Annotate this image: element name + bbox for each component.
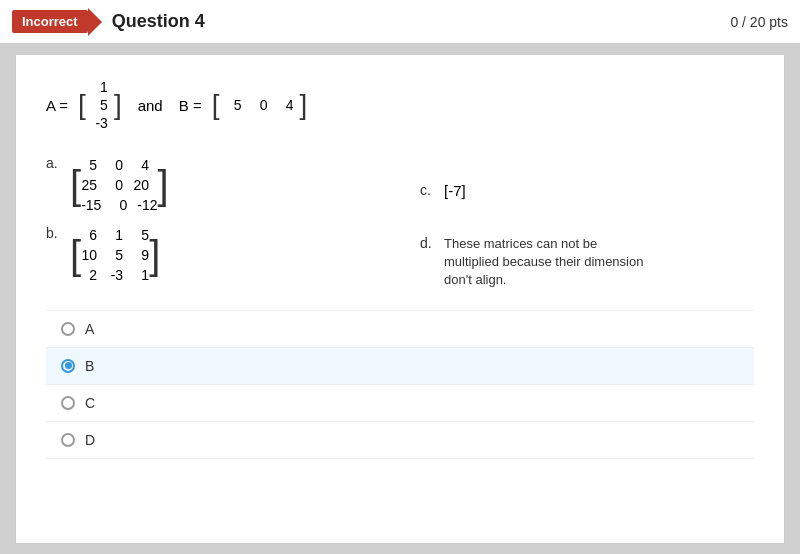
right-bracket-a: ] [114, 75, 122, 135]
choice-a-label: A [85, 321, 94, 337]
option-b-row0: 6 1 5 [81, 225, 149, 245]
option-c-block: c. [-7] [420, 165, 754, 215]
ob-r1c2: 9 [133, 247, 149, 263]
option-a-matrix: [ 5 0 4 25 0 20 -15 [70, 155, 169, 215]
matrix-b: [ 5 0 4 ] [212, 91, 308, 119]
oa-r0c0: 5 [81, 157, 97, 173]
option-d-block: d. These matrices can not be multiplied … [420, 235, 754, 290]
oa-r2c0: -15 [81, 197, 101, 213]
oa-r0c1: 0 [107, 157, 123, 173]
option-a-row0: 5 0 4 [81, 155, 157, 175]
content-area: A = [ 1 5 -3 ] and B = [ 5 0 4 [15, 54, 785, 544]
option-c-label: c. [420, 182, 436, 198]
oa-r2c1: 0 [111, 197, 127, 213]
right-bracket-b: ] [299, 91, 307, 119]
matrix-intro: A = [ 1 5 -3 ] and B = [ 5 0 4 [46, 75, 754, 135]
header: Incorrect Question 4 0 / 20 pts [0, 0, 800, 44]
options-grid: a. [ 5 0 4 25 0 20 [46, 155, 754, 290]
choice-c-label: C [85, 395, 95, 411]
left-bracket-ob: [ [70, 225, 81, 285]
right-bracket-oa: ] [158, 155, 169, 215]
option-a-label: a. [46, 155, 62, 171]
left-bracket-oa: [ [70, 155, 81, 215]
radio-d[interactable] [61, 433, 75, 447]
choice-b[interactable]: B [46, 348, 754, 385]
choice-d[interactable]: D [46, 422, 754, 459]
option-a-block: a. [ 5 0 4 25 0 20 [46, 155, 380, 215]
pts-label: 0 / 20 pts [730, 14, 788, 30]
matrix-a-col: 1 5 -3 [86, 75, 114, 135]
right-bracket-ob: ] [149, 225, 160, 285]
b-cell-0: 5 [225, 97, 241, 113]
choice-d-label: D [85, 432, 95, 448]
answer-choices: A B C D [46, 310, 754, 459]
option-a-inner: 5 0 4 25 0 20 -15 0 -12 [81, 155, 157, 215]
option-b-row1: 10 5 9 [81, 245, 149, 265]
option-a-row1: 25 0 20 [81, 175, 157, 195]
ob-r2c1: -3 [107, 267, 123, 283]
choice-c[interactable]: C [46, 385, 754, 422]
option-a-row2: -15 0 -12 [81, 195, 157, 215]
radio-b[interactable] [61, 359, 75, 373]
option-b-inner: 6 1 5 10 5 9 2 -3 1 [81, 225, 149, 285]
option-b-row2: 2 -3 1 [81, 265, 149, 285]
ob-r0c1: 1 [107, 227, 123, 243]
radio-c[interactable] [61, 396, 75, 410]
oa-r1c0: 25 [81, 177, 97, 193]
a-cell-0: 1 [92, 79, 108, 95]
left-bracket-b: [ [212, 91, 220, 119]
page-container: Incorrect Question 4 0 / 20 pts A = [ 1 … [0, 0, 800, 554]
oa-r0c2: 4 [133, 157, 149, 173]
choice-a[interactable]: A [46, 311, 754, 348]
a-cell-1: 5 [92, 97, 108, 113]
question-title: Question 4 [112, 11, 731, 32]
ob-r0c2: 5 [133, 227, 149, 243]
ob-r2c0: 2 [81, 267, 97, 283]
oa-r1c1: 0 [107, 177, 123, 193]
option-b-matrix: [ 6 1 5 10 5 9 2 [70, 225, 160, 285]
option-d-text: These matrices can not be multiplied bec… [444, 235, 644, 290]
b-cell-2: 4 [277, 97, 293, 113]
matrix-b-row: 5 0 4 [219, 91, 299, 119]
a-label: A = [46, 97, 68, 114]
header-arrow [88, 8, 102, 36]
b-cell-1: 0 [251, 97, 267, 113]
ob-r2c2: 1 [133, 267, 149, 283]
ob-r0c0: 6 [81, 227, 97, 243]
option-d-label: d. [420, 235, 436, 251]
b-label: B = [179, 97, 202, 114]
and-label: and [138, 97, 163, 114]
left-bracket-a: [ [78, 75, 86, 135]
incorrect-badge: Incorrect [12, 10, 88, 33]
matrix-a: [ 1 5 -3 ] [78, 75, 122, 135]
ob-r1c1: 5 [107, 247, 123, 263]
ob-r1c0: 10 [81, 247, 97, 263]
radio-a[interactable] [61, 322, 75, 336]
option-c-value: [-7] [444, 182, 466, 199]
oa-r2c2: -12 [137, 197, 157, 213]
radio-b-dot [65, 362, 72, 369]
choice-b-label: B [85, 358, 94, 374]
option-b-label: b. [46, 225, 62, 241]
a-cell-2: -3 [92, 115, 108, 131]
oa-r1c2: 20 [133, 177, 149, 193]
option-b-block: b. [ 6 1 5 10 5 9 [46, 225, 380, 290]
